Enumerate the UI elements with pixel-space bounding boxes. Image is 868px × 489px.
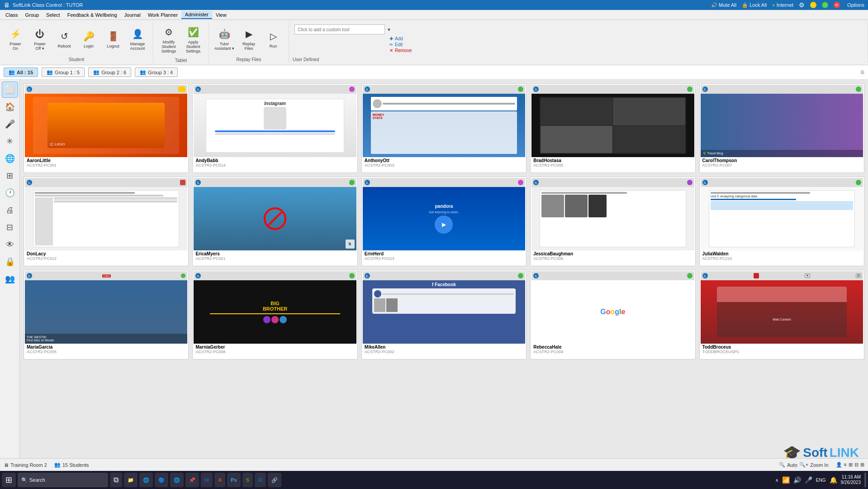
clock[interactable]: 11:16 AM 9/26/2023 [841, 475, 861, 485]
close-btn[interactable]: ✕ [805, 273, 810, 278]
app1-button[interactable]: A [214, 473, 225, 487]
run-button[interactable]: ▷ Run [261, 27, 285, 51]
student-card-mariagarcia[interactable]: IL CBS THE WESTINFind bliss at Westin Ma… [24, 270, 189, 360]
user-icon[interactable]: 👤 [836, 462, 842, 468]
ie-button[interactable]: 🌐 [170, 473, 184, 487]
sidebar-view[interactable]: 👁 [2, 236, 18, 253]
grid-options-icon[interactable]: ≡ [860, 68, 864, 77]
maximize-button[interactable]: □ [822, 2, 828, 8]
internet-control[interactable]: ● Internet [772, 2, 793, 8]
student-card-rebeccahale[interactable]: IL Google RebeccaHale ACSTR2-PC004 [530, 270, 695, 360]
mic-icon[interactable]: 🎤 [805, 476, 812, 484]
student-card-ericamyers[interactable]: IL 🖱 EricaMyers ACSTR2-PC021 [192, 177, 357, 266]
logout-button[interactable]: 🚪 Logout [101, 27, 125, 51]
options-label[interactable]: Options [847, 2, 864, 8]
add-custom-tool-button[interactable]: ✚ Add [389, 36, 412, 41]
student-card-anthonyott[interactable]: IL MONEYSTATS AnthonyOtt [361, 83, 526, 173]
student-card-aaronlittle[interactable]: IL 🧱 LEGO AaronLittle ACSTR2-PC001 [24, 83, 189, 173]
expand-btn[interactable]: ⊟ [856, 273, 861, 278]
show-desktop-button[interactable] [864, 473, 866, 487]
screen-thumbnail [531, 94, 694, 157]
softlink-taskbar-button[interactable]: 🔗 [268, 473, 281, 487]
app2-button[interactable]: S [242, 473, 253, 487]
file-explorer-button[interactable]: 📁 [124, 473, 138, 487]
student-card-toddbroceus[interactable]: IL ✕ ⊟ Web Content ToddBroceus TODDBROCE… [699, 270, 864, 360]
remove-custom-tool-button[interactable]: ✕ Remove [389, 48, 412, 53]
sidebar-lock[interactable]: 🔒 [2, 254, 18, 270]
notification-icon[interactable]: 🔔 [830, 476, 837, 484]
menu-item-class[interactable]: Class [2, 11, 22, 19]
student-card-marniaGerber[interactable]: IL BIGBROTHER MarniaGerber ACSTR2-PC008 [192, 270, 357, 360]
outlook-button[interactable]: O [255, 473, 266, 487]
taskview-button[interactable]: ⧉ [110, 473, 122, 487]
menu-item-feedback[interactable]: Feedback & Wellbeing [64, 11, 121, 19]
custom-tool-input[interactable] [294, 24, 385, 34]
sidebar-history[interactable]: 🕐 [2, 185, 18, 201]
chrome-button[interactable]: 🔵 [155, 473, 168, 487]
manage-account-button[interactable]: 👤 ManageAccount [126, 24, 149, 53]
card-header: IL [25, 85, 187, 94]
status-bar: 🖥 Training Room 2 👥 15 Students 🔍 Auto 🔍… [0, 458, 868, 471]
menu-item-group[interactable]: Group [22, 11, 43, 19]
grid-view-icon[interactable]: ⊞ [849, 462, 853, 468]
chevron-up-icon[interactable]: ∧ [775, 478, 778, 483]
sidebar-apps[interactable]: ⊞ [2, 168, 18, 184]
word-button[interactable]: W [201, 473, 213, 487]
block-badge [180, 180, 185, 185]
sidebar-thumbnail-view[interactable]: ⬜ [2, 82, 18, 98]
replay-files-button[interactable]: ▶ ReplayFiles [237, 24, 261, 53]
student-card-andybabb[interactable]: IL Instagram AndyBabb ACSTR2-PC014 [192, 83, 357, 173]
lock-all-control[interactable]: 🔒 Lock All [742, 2, 767, 8]
filter-group1-button[interactable]: 👥 Group 1 : 5 [42, 67, 85, 77]
search-icon: 🔍 [21, 477, 28, 483]
sidebar-star[interactable]: ✳ [2, 133, 18, 149]
student-card-erinherd[interactable]: IL pandora Get listening to listen. ▶ Er… [361, 177, 526, 266]
tile-view-icon[interactable]: ⊟ [854, 462, 859, 468]
filter-group2-button[interactable]: 👥 Group 2 : 6 [88, 67, 131, 77]
student-card-bradhostasa[interactable]: IL BradHostasa ACSTR2-PC0 [530, 83, 695, 173]
power-off-button[interactable]: ⏻ PowerOff ▾ [28, 24, 52, 53]
student-card-donlacy[interactable]: IL [24, 177, 189, 266]
menu-item-view[interactable]: View [212, 11, 230, 19]
list-view-icon[interactable]: ≡ [844, 462, 847, 468]
menu-item-administer[interactable]: Administer [181, 11, 212, 19]
search-button[interactable]: 🔍 Search [18, 473, 108, 487]
login-button[interactable]: 🔑 Login [77, 27, 100, 51]
settings-icon[interactable]: ⚙ [799, 1, 805, 9]
filter-all-button[interactable]: 👥 All : 15 [4, 67, 38, 77]
student-card-jessicabaughman[interactable]: IL JessicaBaughman ACSTR2-P [530, 177, 695, 266]
sidebar-users[interactable]: 👥 [2, 271, 18, 287]
menu-item-journal[interactable]: Journal [121, 11, 144, 19]
close-button[interactable]: ✕ [834, 2, 840, 8]
student-card-mikeallen[interactable]: IL f Facebook [361, 270, 526, 360]
start-button[interactable]: ⊞ [2, 473, 16, 487]
network-icon[interactable]: 📶 [782, 476, 790, 484]
sidebar-internet[interactable]: 🌐 [2, 150, 18, 167]
sidebar-print[interactable]: 🖨 [2, 202, 18, 218]
power-on-button[interactable]: ⚡ PowerOn [4, 24, 27, 53]
tutor-assistant-button[interactable]: 🤖 TutorAssistant ▾ [213, 24, 236, 53]
edge-button[interactable]: 🌐 [139, 473, 153, 487]
volume-icon[interactable]: 🔊 [793, 476, 801, 484]
sidebar-home[interactable]: 🏠 [2, 99, 18, 115]
student-card-carolthompson[interactable]: IL 🌴 Travel Blog CarolThompson ACSTR2-PC… [699, 83, 864, 173]
reboot-button[interactable]: ↺ Reboot [52, 27, 76, 51]
menu-item-workplanner[interactable]: Work Planner [144, 11, 181, 19]
filter-group3-button[interactable]: 👥 Group 3 : 4 [135, 67, 178, 77]
zoom-in-button[interactable]: 🔍+ [799, 462, 808, 468]
sidebar-minimize[interactable]: ⊟ [2, 219, 18, 235]
photoshop-button[interactable]: Ps [227, 473, 240, 487]
modify-student-settings-button[interactable]: ⚙ ModifyStudentSettings [157, 23, 180, 56]
mute-all-control[interactable]: 🔊 Mute All [711, 2, 736, 8]
student-card-juliawalden[interactable]: IL Unit 5: Analyzing categorical data Ju… [699, 177, 864, 266]
minimize-button[interactable]: ─ [810, 2, 816, 8]
apply-student-settings-button[interactable]: ✅ ApplyStudentSettings [181, 23, 205, 56]
sidebar-audio[interactable]: 🎤 [2, 116, 18, 132]
pin-button[interactable]: 📌 [185, 473, 199, 487]
zoom-out-button[interactable]: 🔍 [779, 462, 785, 468]
student-indicator: IL [195, 180, 201, 185]
screen-thumbnail [25, 187, 187, 250]
edit-custom-tool-button[interactable]: ✏ Edit [389, 42, 412, 47]
large-view-icon[interactable]: ⊞ [860, 462, 864, 468]
menu-item-select[interactable]: Select [43, 11, 64, 19]
